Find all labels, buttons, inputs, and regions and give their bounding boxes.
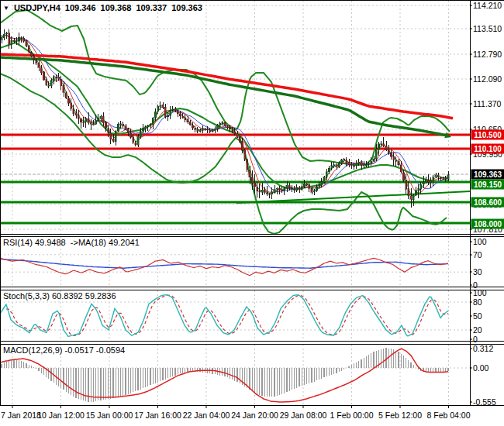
macd-tick-label: 0.00 bbox=[473, 363, 489, 373]
bear-candle bbox=[197, 129, 198, 132]
bull-candle bbox=[157, 106, 159, 112]
bear-candle bbox=[247, 160, 248, 170]
bull-candle bbox=[284, 187, 285, 191]
bull-candle bbox=[172, 109, 174, 110]
bear-candle bbox=[189, 122, 191, 125]
chart-canvas[interactable]: 114.210113.510112.790112.090111.370110.6… bbox=[0, 0, 504, 426]
bear-candle bbox=[383, 144, 385, 146]
bull-candle bbox=[433, 177, 434, 180]
bear-candle bbox=[125, 126, 126, 129]
bear-candle bbox=[239, 137, 240, 142]
bull-candle bbox=[296, 187, 298, 191]
bear-candle bbox=[135, 143, 136, 144]
bear-candle bbox=[410, 196, 412, 199]
bull-candle bbox=[202, 129, 203, 131]
bull-candle bbox=[5, 33, 7, 34]
bull-candle bbox=[216, 125, 218, 129]
bull-candle bbox=[365, 164, 367, 166]
price-tick-label: 113.510 bbox=[473, 24, 502, 33]
time-tick-label: 22 Jan 04:00 bbox=[183, 411, 230, 420]
price-tick-label: 112.090 bbox=[473, 74, 502, 84]
time-tick-label: 17 Jan 16:00 bbox=[134, 411, 181, 420]
bear-candle bbox=[185, 118, 186, 120]
bull-candle bbox=[340, 160, 342, 163]
stoch-tick-label: 100 bbox=[473, 288, 487, 297]
macd-tick-label: 0.312 bbox=[473, 344, 493, 353]
ohlc-open: 109.346 bbox=[65, 3, 96, 12]
bear-candle bbox=[120, 124, 122, 125]
bear-candle bbox=[402, 173, 404, 180]
bear-candle bbox=[192, 125, 193, 129]
bear-candle bbox=[40, 68, 42, 73]
bear-candle bbox=[346, 160, 347, 163]
time-tick-label: 15 Jan 00:00 bbox=[86, 411, 133, 420]
bull-candle bbox=[378, 144, 379, 149]
bear-candle bbox=[38, 63, 40, 67]
rsi-tick-label: 100 bbox=[473, 237, 487, 246]
bull-candle bbox=[326, 172, 327, 177]
bull-candle bbox=[140, 131, 141, 136]
bear-candle bbox=[26, 41, 27, 46]
bear-candle bbox=[406, 180, 407, 189]
bull-candle bbox=[95, 121, 97, 124]
bear-candle bbox=[209, 130, 211, 132]
bull-candle bbox=[430, 180, 432, 183]
bull-candle bbox=[214, 129, 216, 130]
bear-candle bbox=[236, 133, 238, 137]
bear-candle bbox=[33, 56, 35, 60]
bull-candle bbox=[92, 124, 94, 125]
symbol-timeframe: USDJPY,H4 bbox=[14, 3, 60, 12]
rsi-tick-label: 30 bbox=[473, 267, 482, 277]
bear-candle bbox=[108, 129, 109, 133]
bear-candle bbox=[288, 185, 290, 187]
bear-candle bbox=[58, 77, 60, 79]
bear-candle bbox=[294, 190, 295, 191]
bear-candle bbox=[393, 156, 395, 160]
bear-candle bbox=[234, 132, 236, 134]
bear-candle bbox=[232, 129, 233, 131]
bear-candle bbox=[311, 188, 312, 192]
bear-candle bbox=[48, 85, 50, 87]
bear-candle bbox=[254, 183, 255, 187]
bear-candle bbox=[30, 53, 32, 57]
bull-candle bbox=[271, 192, 273, 194]
bull-candle bbox=[420, 184, 422, 189]
bear-candle bbox=[179, 114, 181, 116]
bull-candle bbox=[375, 149, 377, 159]
time-tick-label: 24 Jan 20:00 bbox=[231, 411, 278, 420]
bear-candle bbox=[257, 187, 258, 191]
bear-candle bbox=[23, 38, 25, 41]
bear-candle bbox=[226, 126, 228, 127]
bear-candle bbox=[177, 110, 178, 114]
chart-title: ▼ USDJPY,H4 109.346 109.368 109.337 109.… bbox=[3, 3, 202, 12]
macd-tick-label: -0.555 bbox=[473, 397, 496, 407]
bear-candle bbox=[306, 184, 308, 184]
bear-candle bbox=[400, 165, 402, 172]
bull-candle bbox=[440, 177, 441, 178]
bear-candle bbox=[388, 149, 389, 153]
price-badge-label: 108.000 bbox=[474, 220, 502, 228]
bull-candle bbox=[3, 34, 5, 37]
bull-candle bbox=[83, 122, 85, 122]
bear-candle bbox=[80, 119, 81, 122]
bull-candle bbox=[212, 130, 213, 132]
bull-candle bbox=[145, 127, 147, 129]
rsi-indicator-label: RSI(14) 49.9488 ->MA(18) 49.2041 bbox=[3, 238, 140, 247]
bull-candle bbox=[316, 187, 317, 191]
bear-candle bbox=[385, 146, 387, 150]
bear-candle bbox=[264, 190, 265, 192]
bear-candle bbox=[281, 190, 283, 191]
bull-candle bbox=[1, 37, 2, 40]
bear-candle bbox=[350, 164, 352, 166]
bear-candle bbox=[21, 37, 22, 38]
bear-candle bbox=[123, 124, 124, 126]
symbol-dropdown-icon[interactable]: ▼ bbox=[3, 5, 9, 12]
bear-candle bbox=[259, 191, 261, 192]
ohlc-close: 109.363 bbox=[171, 3, 202, 12]
bear-candle bbox=[437, 175, 439, 177]
time-tick-label: 1 Feb 00:00 bbox=[330, 411, 373, 420]
bear-candle bbox=[16, 40, 17, 41]
bear-candle bbox=[408, 189, 409, 196]
bull-candle bbox=[286, 185, 288, 187]
bull-candle bbox=[160, 105, 161, 106]
